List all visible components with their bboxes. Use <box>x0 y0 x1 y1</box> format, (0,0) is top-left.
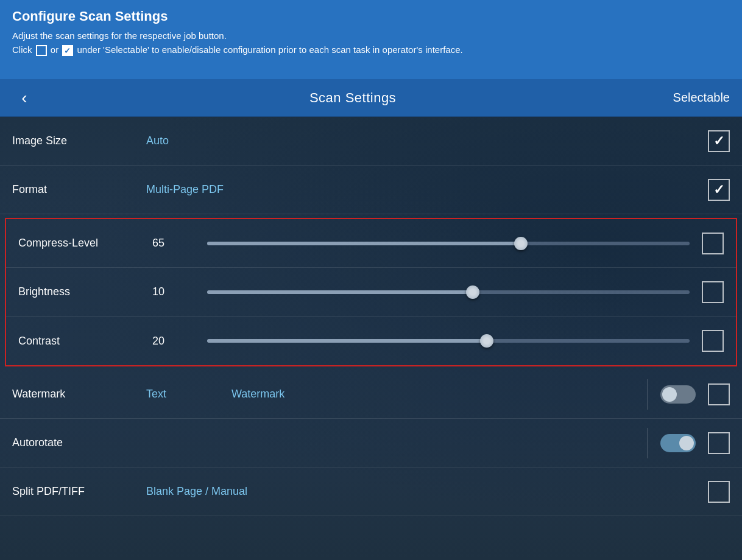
autorotate-toggle[interactable] <box>660 434 696 452</box>
contrast-track[interactable] <box>207 339 690 343</box>
split-pdf-checkbox[interactable] <box>708 481 730 503</box>
compress-level-checkbox[interactable] <box>702 233 724 254</box>
header-line2: Click or under 'Selectable' to enable/di… <box>12 43 730 57</box>
compress-level-track[interactable] <box>207 242 690 245</box>
watermark-divider <box>648 379 648 410</box>
watermark-toggle[interactable] <box>660 385 696 404</box>
brightness-label: Brightness <box>18 285 152 298</box>
compress-level-slider-container <box>201 242 702 245</box>
brightness-thumb[interactable] <box>466 285 479 299</box>
autorotate-label: Autorotate <box>12 436 146 449</box>
checked-checkbox-icon <box>62 45 73 56</box>
contrast-thumb[interactable] <box>480 334 493 348</box>
nav-selectable-label: Selectable <box>669 91 730 105</box>
image-size-value: Auto <box>146 135 219 147</box>
split-pdf-label: Split PDF/TIFF <box>12 485 146 498</box>
image-size-checkbox[interactable] <box>708 130 730 152</box>
red-group: Compress-Level 65 Brightness 10 <box>5 218 737 366</box>
brightness-checkbox[interactable] <box>702 281 724 303</box>
compress-level-fill <box>207 242 521 245</box>
watermark-type: Text <box>146 388 219 401</box>
header-line1: Adjust the scan settings for the respect… <box>12 29 730 43</box>
brightness-row: Brightness 10 <box>6 268 736 317</box>
format-row: Format Multi-Page PDF <box>0 166 742 214</box>
nav-title: Scan Settings <box>37 90 669 106</box>
header-line2-pre: Click <box>12 44 32 55</box>
nav-bar: ‹ Scan Settings Selectable <box>0 79 742 117</box>
format-label: Format <box>12 183 146 196</box>
contrast-slider-container <box>201 339 702 343</box>
watermark-label: Watermark <box>12 388 146 401</box>
watermark-text-value: Watermark <box>231 388 284 401</box>
image-size-row: Image Size Auto <box>0 117 742 166</box>
autorotate-toggle-knob <box>679 436 694 450</box>
format-checkbox[interactable] <box>708 179 730 201</box>
brightness-slider-container <box>201 290 702 294</box>
header-line2-post: under 'Selectable' to enable/disable con… <box>77 44 463 55</box>
contrast-label: Contrast <box>18 335 152 348</box>
split-pdf-value: Blank Page / Manual <box>146 485 247 498</box>
autorotate-divider <box>648 428 648 458</box>
contrast-fill <box>207 339 487 343</box>
contrast-checkbox[interactable] <box>702 330 724 352</box>
header-title: Configure Scan Settings <box>12 9 730 24</box>
contrast-row: Contrast 20 <box>6 317 736 365</box>
autorotate-checkbox[interactable] <box>708 432 730 454</box>
compress-level-label: Compress-Level <box>18 237 152 250</box>
watermark-toggle-knob <box>662 387 677 402</box>
brightness-fill <box>207 290 473 294</box>
back-button[interactable]: ‹ <box>12 79 37 117</box>
brightness-value: 10 <box>152 285 201 298</box>
format-value: Multi-Page PDF <box>146 183 224 196</box>
content-area: Image Size Auto Format Multi-Page PDF Co… <box>0 117 742 560</box>
header-banner: Configure Scan Settings Adjust the scan … <box>0 0 742 79</box>
compress-level-value: 65 <box>152 237 201 250</box>
image-size-label: Image Size <box>12 135 146 147</box>
watermark-checkbox[interactable] <box>708 383 730 405</box>
header-line2-or: or <box>51 44 58 55</box>
empty-checkbox-icon <box>36 45 47 56</box>
compress-level-thumb[interactable] <box>514 237 528 250</box>
autorotate-row: Autorotate <box>0 419 742 467</box>
contrast-value: 20 <box>152 335 201 348</box>
split-pdf-row: Split PDF/TIFF Blank Page / Manual <box>0 467 742 516</box>
watermark-row: Watermark Text Watermark <box>0 370 742 419</box>
compress-level-row: Compress-Level 65 <box>6 219 736 268</box>
brightness-track[interactable] <box>207 290 690 294</box>
